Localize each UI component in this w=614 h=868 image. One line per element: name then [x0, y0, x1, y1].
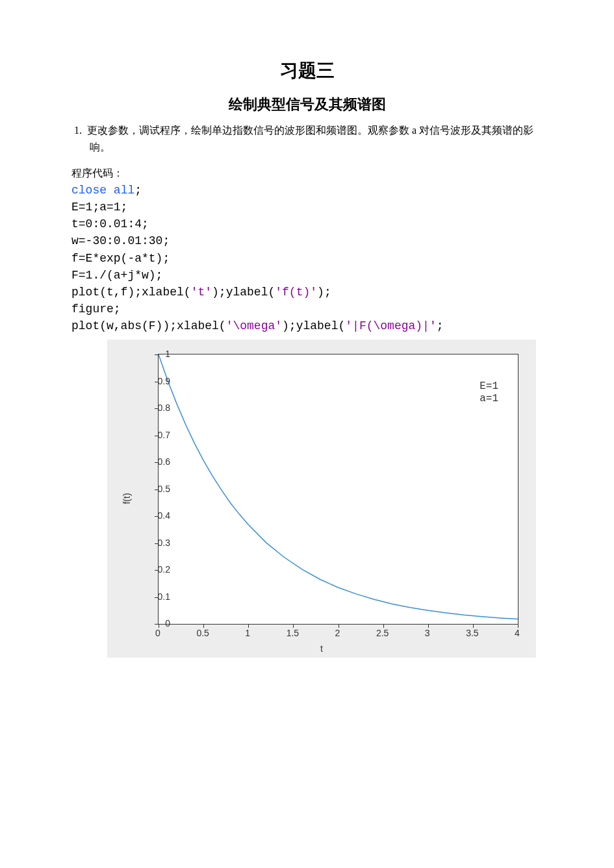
x-tick-label: 2 [335, 628, 340, 638]
code-line: t=0:0.01:4; [71, 217, 149, 230]
code-text: ; [437, 319, 444, 332]
code-text: ; [134, 184, 142, 197]
code-text: );ylabel( [282, 319, 345, 332]
code-block: close all; E=1;a=1; t=0:0.01:4; w=-30:0.… [71, 182, 543, 334]
code-line: F=1./(a+j*w); [71, 269, 162, 282]
code-text: plot(t,f);xlabel( [71, 286, 191, 299]
chart-figure: f(t) t E=1 a=1 00.10.20.30.40.50.60.70.8… [107, 340, 536, 658]
y-tick-label: 0.3 [158, 538, 170, 548]
code-text: ); [317, 286, 331, 299]
code-line: E=1;a=1; [71, 201, 127, 214]
problem-text: 更改参数，调试程序，绘制单边指数信号的波形图和频谱图。观察参数 a 对信号波形及… [87, 125, 533, 153]
x-tick-label: 3.5 [466, 628, 478, 638]
code-keyword: close [71, 184, 107, 197]
code-keyword: all [114, 184, 134, 197]
page-subtitle: 绘制典型信号及其频谱图 [71, 95, 543, 114]
y-tick-label: 0.7 [158, 430, 170, 440]
page-title: 习题三 [71, 58, 543, 83]
y-tick-label: 0.8 [158, 403, 170, 413]
x-axis-label: t [320, 643, 323, 654]
x-tick-label: 2.5 [376, 628, 389, 638]
y-tick-label: 0.5 [158, 484, 170, 494]
problem-statement: 1. 更改参数，调试程序，绘制单边指数信号的波形图和频谱图。观察参数 a 对信号… [71, 122, 543, 155]
code-string: '\omega' [226, 319, 282, 332]
y-tick-label: 0 [165, 618, 170, 628]
x-tick-label: 1.5 [287, 628, 299, 638]
code-string: '|F(\omega)|' [345, 319, 436, 332]
document-page: 习题三 绘制典型信号及其频谱图 1. 更改参数，调试程序，绘制单边指数信号的波形… [0, 0, 614, 868]
y-tick [155, 354, 159, 355]
code-line: w=-30:0.01:30; [71, 234, 170, 247]
code-string: 't' [191, 286, 212, 299]
y-axis-label: f(t) [122, 493, 132, 504]
y-tick-label: 1 [165, 349, 170, 359]
y-tick-label: 0.9 [158, 376, 170, 386]
code-text: );ylabel( [212, 286, 275, 299]
x-tick-label: 4 [515, 628, 520, 638]
code-section-label: 程序代码： [71, 167, 543, 180]
x-tick-label: 0 [155, 628, 160, 638]
y-tick-label: 0.2 [158, 564, 170, 575]
code-line: figure; [71, 303, 121, 316]
x-tick-label: 0.5 [196, 628, 209, 638]
x-tick-label: 1 [245, 628, 250, 638]
y-tick-label: 0.6 [158, 456, 170, 467]
chart-line [159, 354, 518, 624]
problem-number: 1. [74, 125, 82, 136]
code-text: plot(w,abs(F));xlabel( [71, 319, 226, 332]
y-tick-label: 0.4 [158, 510, 170, 521]
x-tick-label: 3 [425, 628, 430, 638]
y-tick-label: 0.1 [158, 591, 170, 602]
code-string: 'f(t)' [275, 286, 317, 299]
plot-area: E=1 a=1 [158, 354, 518, 625]
code-line: f=E*exp(-a*t); [71, 252, 170, 265]
